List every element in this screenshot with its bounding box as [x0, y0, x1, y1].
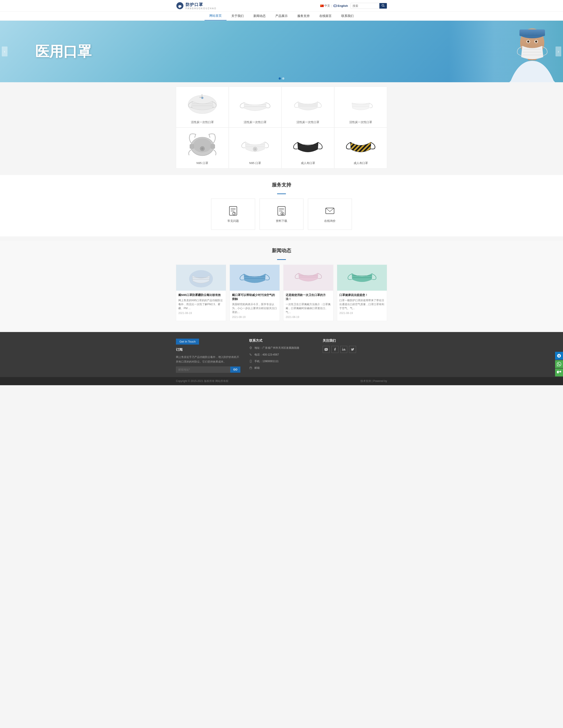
product-name-1: 活性炭一次性口罩	[191, 120, 214, 124]
news-item-2[interactable]: 戴口罩可以帮助减少对污浊空气的接触 美国研究机构表示今天，医学专业认为，小心一步…	[230, 264, 280, 321]
lang-cn-button[interactable]: 中文	[320, 4, 330, 8]
product-item-8[interactable]: 成人布口罩	[334, 128, 387, 168]
linkedin-icon	[342, 348, 345, 351]
product-item-7[interactable]: 成人布口罩	[281, 128, 334, 168]
news-title-4: 口罩健康说法提提您！	[339, 293, 385, 297]
product-image-1: N95	[185, 91, 220, 118]
nav-item-home[interactable]: 网站首页	[205, 12, 227, 20]
footer-follow-title: 关注我们	[323, 339, 387, 343]
email-go-button[interactable]: GO	[230, 367, 241, 373]
news-title-3: 还是能使用款一次卫生口罩的方法！	[286, 293, 331, 301]
skype-icon	[557, 354, 561, 358]
hero-next-button[interactable]: ›	[556, 47, 561, 57]
svg-point-56	[234, 214, 234, 215]
service-item-faq[interactable]: 常见问题	[211, 199, 255, 230]
hero-content: 医用口罩	[35, 42, 91, 61]
news-title-1: 戴N95口罩防雾霾防尘毒比较有效	[178, 293, 224, 297]
news-body-2: 戴口罩可以帮助减少对污浊空气的接触 美国研究机构表示今天，医学专业认为，小心一步…	[230, 291, 280, 321]
news-item-4[interactable]: 口罩健康说法提提您！ 口罩一般防护口罩的使用带来了带在日出通道出口的空气质量，口…	[337, 264, 387, 321]
search-button[interactable]	[379, 3, 387, 9]
service-item-download[interactable]: 资料下载	[260, 199, 303, 230]
product-name-5: N95 口罩	[196, 161, 208, 165]
wechat-button[interactable]	[555, 369, 563, 376]
search-input[interactable]	[351, 3, 379, 8]
product-item-3[interactable]: 活性炭一次性口罩	[281, 87, 334, 128]
main-nav: 网站首页 关于我们 新闻动态 产品展示 服务支持 在线留言 联系我们	[0, 12, 563, 21]
hero-dot-1[interactable]	[279, 77, 281, 80]
svg-rect-15	[519, 29, 545, 36]
logo-chinese: 防护口罩	[186, 2, 217, 7]
news-image-3	[283, 265, 333, 291]
nav-item-about[interactable]: 关于我们	[227, 12, 249, 20]
product-item-5[interactable]: N95 口罩	[176, 128, 229, 168]
product-image-8	[343, 132, 378, 159]
footer-subscribe-title: 订阅	[176, 348, 240, 352]
header: 防护口罩 FANGHUOKOUZHAO 中文 | English	[0, 0, 563, 12]
product-name-2: 活性炭一次性口罩	[244, 120, 267, 124]
fax-icon	[249, 366, 253, 371]
svg-rect-78	[250, 360, 251, 363]
product-name-4: 活性炭一次性口罩	[349, 120, 372, 124]
service-item-inquiry[interactable]: 在线询价	[308, 199, 352, 230]
product-image-5	[185, 132, 220, 159]
facebook-button[interactable]	[331, 346, 338, 353]
download-icon	[276, 205, 287, 216]
nav-item-message[interactable]: 在线留言	[314, 12, 336, 20]
hero-dot-2[interactable]	[282, 77, 284, 80]
nav-item-contact[interactable]: 联系我们	[336, 12, 358, 20]
contact-fax: 邮箱	[249, 366, 314, 371]
service-label-download: 资料下载	[276, 219, 287, 223]
nav-item-products[interactable]: 产品展示	[271, 12, 292, 20]
svg-rect-39	[190, 144, 194, 149]
news-item-3[interactable]: 还是能使用款一次卫生口罩的方法！ 一次性卫生口罩佩戴方法推介：口罩佩戴，口罩佩戴…	[283, 264, 333, 321]
product-item-6[interactable]: N95 口罩	[229, 128, 281, 168]
news-body-4: 口罩健康说法提提您！ 口罩一般防护口罩的使用带来了带在日出通道出口的空气质量，口…	[337, 291, 387, 317]
product-image-4	[343, 91, 378, 118]
product-item-2[interactable]: 活性炭一次性口罩	[229, 87, 281, 128]
get-in-touch-button[interactable]: Get In Touch	[176, 339, 199, 345]
address-icon	[249, 346, 253, 351]
news-section: 新闻动态 戴N95口罩防雾霾防尘毒比较有效 网上售卖的N95口罩的的产品功能防尘…	[0, 241, 563, 332]
nav-item-news[interactable]: 新闻动态	[249, 12, 271, 20]
hero-dots	[279, 77, 284, 80]
hero-prev-button[interactable]: ‹	[2, 47, 7, 57]
linkedin-button[interactable]	[340, 346, 347, 353]
svg-rect-1	[320, 5, 324, 7]
svg-point-77	[250, 347, 251, 348]
phone-icon	[249, 353, 253, 358]
twitter-icon	[351, 348, 354, 351]
service-grid: 常见问题 资料下载	[176, 199, 387, 230]
twitter-button[interactable]	[349, 346, 356, 353]
hero-image-area	[225, 21, 563, 82]
email-subscribe-form: GO	[176, 367, 240, 373]
email-input[interactable]	[176, 367, 230, 373]
product-image-3	[290, 91, 325, 118]
product-item-1[interactable]: N95 活性炭一次性口罩	[176, 87, 229, 128]
footer-subscribe-col: Get In Touch 订阅 网上售卖近乎乃产品功能防尘毒外，增入防护的有机不…	[176, 339, 240, 373]
svg-rect-40	[211, 144, 215, 149]
hero-banner: ‹ 医用口罩	[0, 21, 563, 82]
powered-text: 技术支持 | Powered by	[360, 379, 387, 383]
logo-text: 防护口罩 FANGHUOKOUZHAO	[186, 2, 217, 10]
news-image-2	[230, 265, 280, 291]
news-date-1: 2021-08-19	[178, 312, 224, 315]
news-body-1: 戴N95口罩防雾霾防尘毒比较有效 网上售卖的N95口罩的的产品功能防尘毒外，而且…	[176, 291, 226, 317]
facebook-icon	[333, 348, 337, 351]
news-item-1[interactable]: 戴N95口罩防雾霾防尘毒比较有效 网上售卖的N95口罩的的产品功能防尘毒外，而且…	[176, 264, 226, 321]
search-box	[351, 3, 387, 9]
skype-button[interactable]	[555, 352, 563, 360]
language-switch: 中文 | English	[320, 4, 348, 8]
svg-point-8	[382, 4, 384, 6]
lang-en-button[interactable]: English	[333, 4, 348, 7]
service-label-faq: 常见问题	[227, 219, 239, 223]
whatsapp-button[interactable]	[555, 360, 563, 368]
service-divider	[277, 193, 286, 194]
product-item-4[interactable]: 活性炭一次性口罩	[334, 87, 387, 128]
youtube-button[interactable]	[323, 346, 330, 353]
nav-item-service[interactable]: 服务支持	[292, 12, 314, 20]
logo[interactable]: 防护口罩 FANGHUOKOUZHAO	[176, 2, 217, 10]
news-divider	[277, 259, 286, 260]
whatsapp-icon	[557, 362, 561, 366]
contact-mobile: 手机：13900001111	[249, 359, 314, 364]
social-icons	[323, 346, 387, 353]
